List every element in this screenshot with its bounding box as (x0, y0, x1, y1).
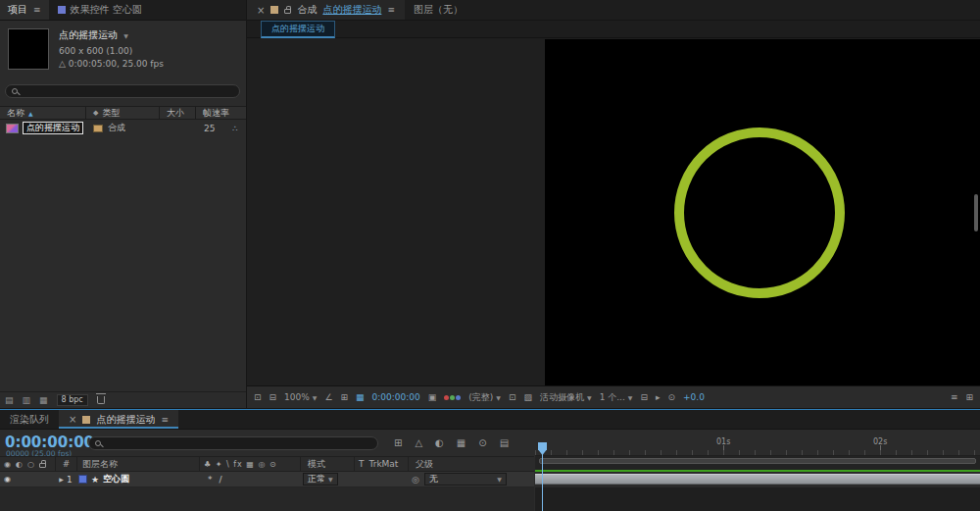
fast-preview-icon[interactable]: ▸ (656, 392, 661, 402)
viewer-stage (247, 39, 980, 385)
grid-guides-icon[interactable]: ⊞ (341, 392, 349, 402)
tab-layer[interactable]: 图层（无） (405, 0, 471, 20)
exposure-value[interactable]: +0.0 (683, 392, 705, 402)
timeline-search-input[interactable] (88, 436, 378, 450)
region-of-interest-icon[interactable]: ⊡ (509, 392, 516, 402)
column-header-layer-name[interactable]: 图层名称 (76, 457, 199, 471)
composition-viewport[interactable] (545, 39, 980, 385)
column-header-size[interactable]: 大小 (160, 107, 196, 119)
magnification-dropdown[interactable]: 100% ▼ (284, 392, 317, 402)
time-ruler[interactable]: 01s 02s (535, 431, 980, 456)
column-header-number[interactable]: # (55, 457, 76, 471)
camera-dropdown[interactable]: 活动摄像机 ▼ (540, 391, 592, 404)
always-preview-icon[interactable]: ⊡ (254, 392, 262, 402)
comp-name-row[interactable]: 点的摇摆运动 ▼ (59, 28, 164, 42)
comp-thumbnail[interactable] (8, 28, 49, 70)
blend-mode-dropdown[interactable]: 正常 ▼ (303, 473, 338, 485)
interpret-footage-icon[interactable]: ▤ (5, 395, 14, 405)
column-header-parent[interactable]: 父级 (408, 457, 534, 471)
comp-name: 点的摇摆运动 (59, 29, 118, 40)
solo-icon[interactable]: ○ (27, 460, 34, 469)
bit-depth-button[interactable]: 8 bpc (57, 394, 88, 406)
panel-menu-icon[interactable]: ≡ (387, 5, 395, 15)
chevron-down-icon: ▼ (328, 474, 333, 485)
motion-blur-icon[interactable]: ⊙ (478, 437, 486, 448)
viewer-toolbar: ⊡ ⊟ 100% ▼ ∠ ⊞ ▦ 0:00:00:00 ▣ (完整) ▼ ⊡ ▨… (247, 385, 980, 408)
show-channels-icon[interactable] (444, 395, 461, 400)
layer-duration-bar[interactable] (535, 474, 980, 485)
workspace-menu-icon[interactable]: ≡ (951, 392, 958, 402)
main-display-icon[interactable]: ⊟ (270, 392, 277, 402)
view-layout-dropdown[interactable]: 1 个... ▼ (600, 391, 633, 404)
parent-dropdown[interactable]: 无 ▼ (424, 473, 507, 485)
draft-3d-icon[interactable]: △ (415, 437, 422, 448)
audio-icon[interactable]: ◐ (16, 460, 23, 469)
layer-trkmat-cell[interactable] (354, 472, 408, 486)
layer-color-label[interactable] (78, 475, 87, 484)
panel-menu-icon[interactable]: ≡ (161, 415, 169, 425)
lock-icon[interactable] (284, 9, 291, 14)
tab-composition-prefix: 合成 (297, 3, 317, 17)
collapse-transforms-switch[interactable]: * (208, 475, 213, 485)
new-folder-icon[interactable]: ▥ (23, 395, 31, 405)
column-header-trkmat[interactable]: T TrkMat (354, 457, 408, 471)
tab-timeline-comp-label: 点的摇摆运动 (96, 413, 155, 427)
close-icon[interactable]: × (69, 414, 76, 425)
tab-project[interactable]: 项目 ≡ (0, 0, 49, 20)
column-header-name[interactable]: 名称 ▲ (0, 107, 86, 119)
expander-icon[interactable]: ▶ (59, 476, 64, 483)
project-item-framerate: 25 (204, 124, 215, 133)
layer-number: 1 (67, 475, 73, 485)
pixel-aspect-icon[interactable]: ⊟ (640, 392, 648, 402)
layer-switches: * / (199, 472, 300, 486)
layer-av-features: ◉ (0, 472, 55, 486)
hide-shy-layers-icon[interactable]: ◐ (435, 437, 444, 448)
graph-editor-icon[interactable]: ▤ (500, 437, 509, 448)
tab-composition[interactable]: × 合成 点的摇摆运动 ≡ (247, 0, 405, 20)
comp-navigator-item[interactable]: 点的摇摆运动 (261, 21, 335, 38)
resolution-dropdown[interactable]: (完整) ▼ (468, 391, 501, 404)
column-header-mode[interactable]: 模式 (300, 457, 354, 471)
ruler-icon[interactable]: ∠ (324, 392, 332, 402)
eye-icon[interactable]: ◉ (4, 460, 11, 469)
timeline-tabbar: 渲染队列 × 点的摇摆运动 ≡ (0, 410, 980, 430)
chevron-down-icon: ▼ (497, 474, 502, 485)
column-header-type[interactable]: ◆ 类型 (86, 107, 160, 119)
chevron-down-icon: ▼ (313, 394, 318, 401)
tab-render-queue[interactable]: 渲染队列 (0, 410, 59, 429)
column-header-framerate[interactable]: 帧速率 (196, 107, 241, 119)
work-area-bar[interactable] (539, 458, 976, 464)
viewport-scrollbar[interactable] (974, 194, 978, 231)
project-search-input[interactable] (5, 84, 240, 98)
panel-menu-icon[interactable]: ≡ (33, 5, 41, 15)
search-icon (95, 440, 101, 446)
layer-row[interactable]: ◉ ▶ 1 ★ 空心圆 * / (0, 472, 534, 487)
tab-timeline-comp[interactable]: × 点的摇摆运动 ≡ (59, 410, 178, 429)
comp-duration: 0:00:05:00, 25.00 fps (69, 59, 164, 69)
lock-icon[interactable] (39, 463, 46, 468)
column-header-switches[interactable]: ♣ ✦ \ fx ▦ ◎ ⊙ (199, 457, 300, 471)
eye-icon[interactable]: ◉ (4, 475, 11, 484)
project-item-row[interactable]: 点的摇摆运动 合成 25 ∴ (0, 121, 246, 135)
chevron-down-icon: ▼ (587, 394, 592, 401)
snapshot-icon[interactable]: ▣ (428, 392, 437, 402)
exposure-gear-icon[interactable]: ⊙ (668, 392, 676, 402)
tab-composition-name[interactable]: 点的摇摆运动 (322, 3, 381, 17)
frame-blend-icon[interactable]: ▦ (457, 437, 466, 448)
layer-name-cell[interactable]: ★ 空心圆 (76, 472, 199, 486)
viewer-timecode[interactable]: 0:00:00:00 (372, 392, 420, 402)
transparency-grid-icon[interactable]: ▨ (524, 392, 533, 402)
after-effects-window: 项目 ≡ 效果控件 空心圆 点的摇摆运动 ▼ 600 x 600 (1.00) … (0, 0, 980, 511)
close-icon[interactable]: × (257, 5, 265, 16)
pickwhip-icon[interactable]: ◎ (412, 475, 419, 485)
usage-dependencies-icon: ∴ (232, 124, 238, 133)
project-item-name-edit[interactable]: 点的摇摆运动 (23, 122, 83, 134)
panel-grid-icon[interactable]: ⊞ (965, 392, 973, 402)
mask-visibility-icon[interactable]: ▦ (356, 392, 365, 402)
quality-switch[interactable]: / (220, 475, 222, 485)
tab-effect-controls[interactable]: 效果控件 空心圆 (49, 0, 151, 20)
new-composition-icon[interactable]: ▦ (39, 395, 48, 405)
mini-flowchart-icon[interactable]: ⊞ (394, 437, 402, 448)
trash-icon[interactable] (97, 396, 105, 404)
timeline-outline-empty (0, 487, 534, 511)
